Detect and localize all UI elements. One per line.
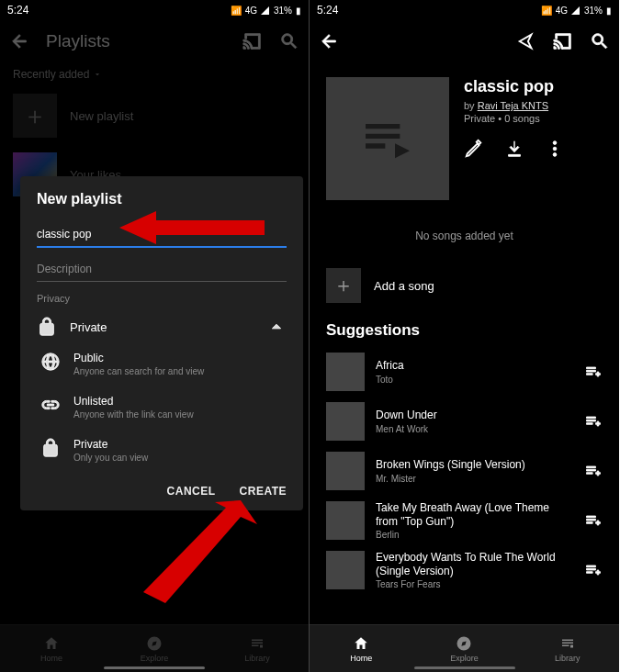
- annotation-arrow: [138, 500, 257, 610]
- lock-icon: [40, 438, 61, 458]
- add-to-playlist-icon[interactable]: [584, 510, 603, 531]
- add-to-playlist-icon[interactable]: [584, 560, 603, 580]
- playlist-artwork: [326, 77, 449, 200]
- song-thumb: [326, 501, 365, 540]
- new-playlist-dialog: New playlist Privacy Private Public: [20, 176, 303, 510]
- playlist-sub: Private • 0 songs: [464, 113, 565, 124]
- page-title: Playlists: [46, 31, 110, 51]
- privacy-option-public[interactable]: Public Anyone can search for and view: [40, 342, 287, 386]
- svg-point-4: [553, 153, 557, 157]
- svg-marker-1: [143, 500, 257, 603]
- bottom-nav: Home Explore Library: [0, 624, 309, 672]
- back-icon[interactable]: [319, 31, 339, 51]
- search-icon[interactable]: [279, 31, 299, 51]
- status-bar: 5:24 📶4G31%▮: [0, 0, 309, 20]
- svg-point-2: [553, 141, 557, 145]
- svg-point-3: [553, 147, 557, 151]
- playlist-author: by Ravi Teja KNTS: [464, 100, 565, 111]
- nav-explore[interactable]: Explore: [412, 625, 515, 672]
- playlist-desc-input[interactable]: [37, 259, 287, 282]
- playlist-title: classic pop: [464, 77, 565, 96]
- share-icon[interactable]: [516, 31, 536, 51]
- status-icons: 📶4G31%▮: [231, 6, 301, 16]
- nav-home[interactable]: Home: [310, 625, 412, 672]
- create-button[interactable]: CREATE: [240, 485, 287, 498]
- add-to-playlist-icon[interactable]: [584, 362, 603, 382]
- download-icon[interactable]: [504, 139, 524, 159]
- edit-icon[interactable]: [464, 139, 484, 159]
- globe-icon: [40, 352, 61, 372]
- cancel-button[interactable]: CANCEL: [167, 485, 216, 498]
- gesture-bar: [104, 666, 205, 669]
- song-row[interactable]: AfricaToto: [310, 347, 619, 397]
- dialog-title: New playlist: [37, 191, 287, 207]
- status-icons: 📶4G31%▮: [541, 6, 612, 16]
- lock-icon: [37, 317, 57, 337]
- privacy-label: Privacy: [37, 293, 287, 304]
- gesture-bar: [414, 666, 515, 669]
- song-row[interactable]: Take My Breath Away (Love Theme from "To…: [310, 496, 619, 545]
- link-icon: [40, 395, 61, 415]
- plus-icon: ＋: [13, 94, 57, 138]
- suggestions-heading: Suggestions: [310, 312, 619, 347]
- privacy-dropdown[interactable]: Private: [37, 311, 287, 342]
- bottom-nav: Home Explore Library: [310, 624, 619, 672]
- sort-chip[interactable]: Recently added: [0, 62, 309, 86]
- nav-library[interactable]: Library: [206, 625, 309, 672]
- song-thumb: [326, 452, 365, 490]
- privacy-option-private[interactable]: Private Only you can view: [40, 429, 287, 472]
- privacy-option-unlisted[interactable]: Unlisted Anyone with the link can view: [40, 386, 287, 429]
- nav-explore[interactable]: Explore: [103, 625, 206, 672]
- plus-icon: ＋: [326, 268, 361, 303]
- song-row[interactable]: Down UnderMen At Work: [310, 397, 619, 446]
- new-playlist-row[interactable]: ＋ New playlist: [0, 86, 309, 145]
- song-row[interactable]: Everybody Wants To Rule The World (Singl…: [310, 545, 619, 595]
- song-row[interactable]: Broken Wings (Single Version)Mr. Mister: [310, 446, 619, 496]
- song-thumb: [326, 551, 365, 589]
- playlist-name-input[interactable]: [37, 224, 287, 248]
- app-bar: Playlists: [0, 20, 309, 62]
- status-bar: 5:24 📶4G31%▮: [310, 0, 619, 20]
- cast-icon[interactable]: [242, 31, 263, 51]
- add-song-button[interactable]: ＋ Add a song: [310, 259, 619, 312]
- add-to-playlist-icon[interactable]: [584, 461, 603, 481]
- more-icon[interactable]: [545, 139, 565, 159]
- song-thumb: [326, 353, 365, 391]
- search-icon[interactable]: [590, 31, 610, 51]
- cast-icon[interactable]: [553, 31, 573, 51]
- song-thumb: [326, 402, 365, 441]
- status-time: 5:24: [7, 4, 28, 17]
- back-icon[interactable]: [9, 31, 29, 51]
- suggestion-list: AfricaToto Down UnderMen At Work Broken …: [310, 347, 619, 595]
- nav-home[interactable]: Home: [0, 625, 103, 672]
- status-time: 5:24: [317, 4, 338, 17]
- chevron-up-icon: [266, 317, 287, 337]
- nav-library[interactable]: Library: [516, 625, 619, 672]
- empty-state: No songs added yet: [310, 230, 619, 242]
- add-to-playlist-icon[interactable]: [584, 411, 603, 431]
